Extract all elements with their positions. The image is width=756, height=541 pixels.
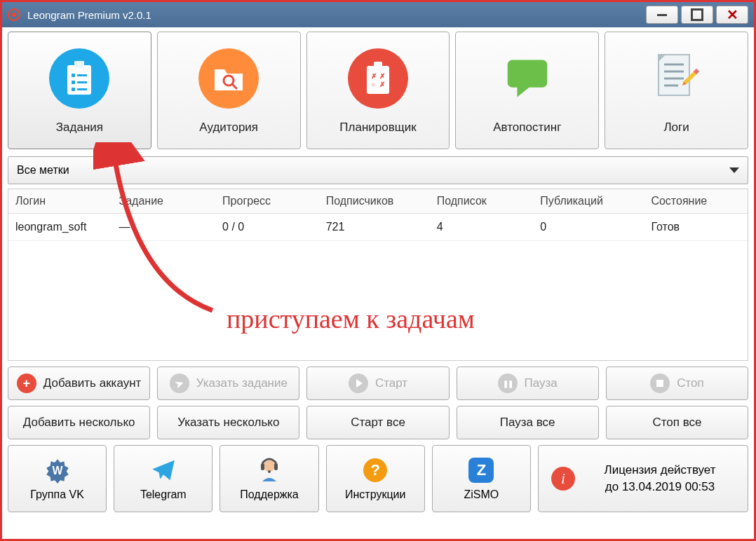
svg-rect-19 <box>659 55 689 95</box>
telegram-button[interactable]: Telegram <box>114 445 212 512</box>
license-info[interactable]: i Лицензия действует до 13.04.2019 00:53 <box>538 445 748 512</box>
th-task[interactable]: Задание <box>112 189 216 214</box>
license-text: Лицензия действует до 13.04.2019 00:53 <box>585 462 735 495</box>
plus-icon: + <box>17 374 36 393</box>
th-following[interactable]: Подписок <box>430 189 534 214</box>
zismo-label: ZiSMO <box>464 488 499 501</box>
svg-rect-4 <box>77 74 87 76</box>
window-title: Leongram Premium v2.0.1 <box>27 9 151 21</box>
svg-marker-18 <box>517 86 530 97</box>
svg-text:○: ○ <box>371 81 375 88</box>
tab-scheduler-label: Планировщик <box>339 121 416 135</box>
tab-logs-label: Логи <box>663 121 689 135</box>
svg-text:W: W <box>52 465 62 477</box>
start-button[interactable]: Старт <box>306 367 449 400</box>
cell-followers: 721 <box>319 214 430 241</box>
app-icon <box>8 8 20 21</box>
start-all-label: Старт все <box>351 416 405 430</box>
th-login[interactable]: Логин <box>8 189 112 214</box>
info-icon: i <box>551 467 575 491</box>
start-all-button[interactable]: Старт все <box>306 406 449 439</box>
instructions-label: Инструкции <box>345 488 405 501</box>
tab-audience[interactable]: Аудитория <box>157 32 301 149</box>
speech-icon <box>495 46 560 111</box>
set-several-button[interactable]: Указать несколько <box>157 406 299 439</box>
support-button[interactable]: Поддержка <box>220 445 318 512</box>
tags-filter-select[interactable]: Все метки <box>8 156 748 184</box>
cell-task: — <box>112 214 216 241</box>
svg-rect-31 <box>274 463 278 470</box>
pause-all-button[interactable]: Пауза все <box>457 406 599 439</box>
svg-rect-8 <box>77 88 87 90</box>
maximize-button[interactable] <box>681 6 713 24</box>
tab-logs[interactable]: Логи <box>605 32 748 149</box>
svg-text:✗: ✗ <box>379 72 385 80</box>
zismo-button[interactable]: Z ZiSMO <box>432 445 531 512</box>
svg-rect-11 <box>367 66 389 94</box>
svg-point-29 <box>264 460 275 472</box>
annotation-text: приступаем к задачам <box>227 303 475 334</box>
pause-icon <box>498 374 518 393</box>
set-task-button[interactable]: Указать задание <box>157 367 299 400</box>
instructions-button[interactable]: ? Инструкции <box>326 445 425 512</box>
add-account-label: Добавить аккаунт <box>43 376 142 390</box>
set-several-label: Указать несколько <box>177 416 279 430</box>
tab-tasks-label: Задания <box>56 121 103 135</box>
add-account-button[interactable]: + Добавить аккаунт <box>8 367 150 400</box>
cell-posts: 0 <box>533 214 644 241</box>
clipboard-icon <box>49 48 109 109</box>
th-followers[interactable]: Подписчиков <box>319 189 430 214</box>
svg-rect-6 <box>77 81 87 83</box>
tab-autoposting[interactable]: Автопостинг <box>455 32 599 149</box>
pause-button[interactable]: Пауза <box>457 367 599 400</box>
vk-group-button[interactable]: W Группа VK <box>8 445 107 512</box>
svg-rect-12 <box>374 62 382 69</box>
chevron-down-icon <box>729 167 739 173</box>
cell-login: leongram_soft <box>8 214 112 241</box>
svg-rect-30 <box>261 463 264 470</box>
add-several-button[interactable]: Добавить несколько <box>8 406 150 439</box>
svg-rect-2 <box>74 61 84 68</box>
tab-autoposting-label: Автопостинг <box>493 121 561 135</box>
pause-all-label: Пауза все <box>500 416 555 430</box>
vk-label: Группа VK <box>30 488 84 501</box>
start-label: Старт <box>375 376 407 390</box>
svg-rect-5 <box>72 81 75 84</box>
svg-point-32 <box>268 470 271 473</box>
stop-button[interactable]: Стоп <box>606 367 748 400</box>
telegram-icon <box>149 456 177 484</box>
play-icon <box>349 374 368 393</box>
th-posts[interactable]: Публикаций <box>533 189 644 214</box>
pause-label: Пауза <box>525 376 558 390</box>
support-label: Поддержка <box>240 488 298 501</box>
svg-rect-3 <box>72 74 75 77</box>
cell-state: Готов <box>644 214 748 241</box>
stop-all-label: Стоп все <box>652 416 701 430</box>
svg-rect-17 <box>507 60 547 87</box>
th-progress[interactable]: Прогресс <box>215 189 319 214</box>
stop-all-button[interactable]: Стоп все <box>606 406 748 439</box>
cell-progress: 0 / 0 <box>215 214 319 241</box>
stop-label: Стоп <box>677 376 704 390</box>
send-icon <box>170 374 189 393</box>
vk-icon: W <box>43 456 72 484</box>
table-row[interactable]: leongram_soft — 0 / 0 721 4 0 Готов <box>8 214 748 241</box>
minimize-button[interactable] <box>646 6 678 24</box>
tab-tasks[interactable]: Задания <box>8 32 151 149</box>
tab-scheduler[interactable]: ✗✗○✗ Планировщик <box>306 32 450 149</box>
add-several-label: Добавить несколько <box>23 416 135 430</box>
help-icon: ? <box>361 456 389 484</box>
support-icon <box>255 456 283 484</box>
main-toolbar: Задания Аудитория ✗✗○✗ Планировщик <box>8 32 748 149</box>
svg-text:✗: ✗ <box>379 81 385 88</box>
th-state[interactable]: Состояние <box>644 189 748 214</box>
table-empty-area <box>8 241 748 360</box>
telegram-label: Telegram <box>140 488 187 501</box>
svg-text:✗: ✗ <box>371 72 377 80</box>
close-button[interactable]: ✕ <box>716 6 748 24</box>
stop-icon <box>650 374 670 393</box>
svg-rect-7 <box>72 88 75 91</box>
tab-audience-label: Аудитория <box>199 121 258 135</box>
tags-filter-value: Все метки <box>17 164 69 177</box>
set-task-label: Указать задание <box>196 376 288 390</box>
